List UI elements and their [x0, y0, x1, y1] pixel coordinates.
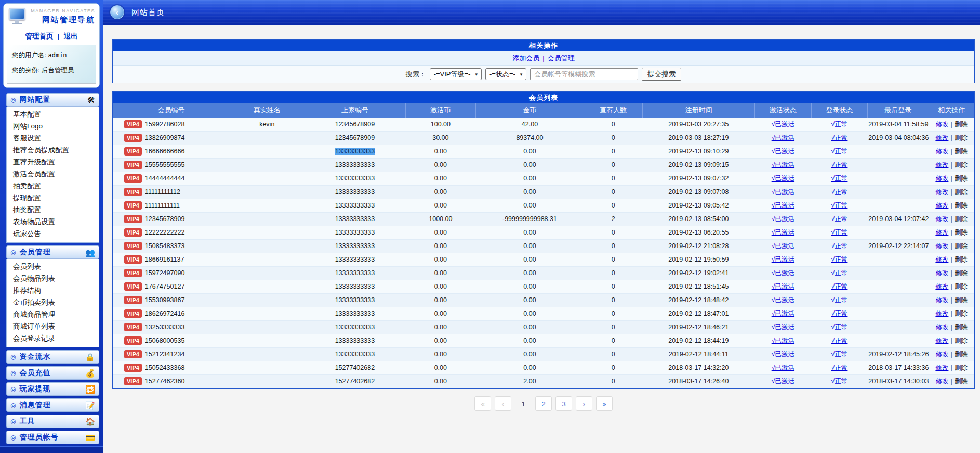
sidebar-section-header[interactable]: ◎ 消息管理 📝	[6, 398, 99, 412]
edit-link[interactable]: 修改	[935, 134, 948, 141]
login-status-link[interactable]: √正常	[831, 351, 848, 358]
back-button[interactable]: ‹	[110, 5, 124, 19]
pagination-next[interactable]: ›	[576, 396, 592, 411]
submit-search-button[interactable]: 提交搜索	[642, 68, 681, 81]
delete-link[interactable]: 删除	[955, 256, 968, 263]
activation-status-link[interactable]: √已激活	[772, 269, 794, 277]
delete-link[interactable]: 删除	[955, 121, 968, 128]
sidebar-section-header[interactable]: ◎ 会员充值 💰	[6, 366, 99, 380]
login-status-link[interactable]: √正常	[831, 378, 848, 385]
login-status-link[interactable]: √正常	[831, 121, 848, 128]
search-input[interactable]	[530, 68, 638, 80]
delete-link[interactable]: 删除	[955, 310, 968, 317]
delete-link[interactable]: 删除	[955, 269, 968, 277]
login-status-link[interactable]: √正常	[831, 188, 848, 196]
edit-link[interactable]: 修改	[935, 337, 948, 344]
login-status-link[interactable]: √正常	[831, 161, 848, 169]
delete-link[interactable]: 删除	[955, 283, 968, 290]
delete-link[interactable]: 删除	[955, 323, 968, 331]
sidebar-section-header[interactable]: ◎ 玩家提现 🔁	[6, 382, 99, 396]
delete-link[interactable]: 删除	[955, 202, 968, 209]
delete-link[interactable]: 删除	[955, 364, 968, 371]
sidebar-item[interactable]: 会员列表	[7, 261, 99, 273]
delete-link[interactable]: 删除	[955, 229, 968, 236]
sidebar-item[interactable]: 农场物品设置	[7, 216, 99, 228]
edit-link[interactable]: 修改	[935, 296, 948, 304]
login-status-link[interactable]: √正常	[831, 215, 848, 223]
activation-status-link[interactable]: √已激活	[772, 188, 794, 196]
activation-status-link[interactable]: √已激活	[772, 148, 794, 155]
login-status-link[interactable]: √正常	[831, 364, 848, 371]
activation-status-link[interactable]: √已激活	[772, 242, 794, 250]
delete-link[interactable]: 删除	[955, 337, 968, 344]
sidebar-section-header[interactable]: ◎ 会员管理 👥	[6, 245, 99, 259]
logout-link[interactable]: 退出	[63, 32, 77, 40]
delete-link[interactable]: 删除	[955, 242, 968, 250]
edit-link[interactable]: 修改	[935, 310, 948, 317]
delete-link[interactable]: 删除	[955, 188, 968, 196]
add-member-link[interactable]: 添加会员	[512, 54, 539, 63]
activation-status-link[interactable]: √已激活	[772, 351, 794, 358]
pagination-prev[interactable]: ‹	[495, 396, 511, 411]
login-status-link[interactable]: √正常	[831, 310, 848, 317]
login-status-link[interactable]: √正常	[831, 337, 848, 344]
login-status-link[interactable]: √正常	[831, 256, 848, 263]
sidebar-item[interactable]: 玩家公告	[7, 228, 99, 240]
edit-link[interactable]: 修改	[935, 351, 948, 358]
sidebar-item[interactable]: 客服设置	[7, 132, 99, 144]
activation-status-link[interactable]: √已激活	[772, 202, 794, 209]
activation-status-link[interactable]: √已激活	[772, 161, 794, 169]
activation-status-link[interactable]: √已激活	[772, 337, 794, 344]
edit-link[interactable]: 修改	[935, 215, 948, 223]
sidebar-item[interactable]: 直荐升级配置	[7, 156, 99, 168]
activation-status-link[interactable]: √已激活	[772, 215, 794, 223]
delete-link[interactable]: 删除	[955, 215, 968, 223]
sidebar-item[interactable]: 激活会员配置	[7, 168, 99, 180]
activation-status-link[interactable]: √已激活	[772, 121, 794, 128]
delete-link[interactable]: 删除	[955, 161, 968, 169]
sidebar-section-header[interactable]: ◎ 管理员帐号 💳	[6, 431, 99, 444]
pagination-page-3[interactable]: 3	[555, 396, 572, 411]
activation-status-link[interactable]: √已激活	[772, 256, 794, 263]
sidebar-item[interactable]: 金币拍卖列表	[7, 296, 99, 308]
edit-link[interactable]: 修改	[935, 256, 948, 263]
delete-link[interactable]: 删除	[955, 175, 968, 182]
login-status-link[interactable]: √正常	[831, 242, 848, 250]
sidebar-item[interactable]: 拍卖配置	[7, 180, 99, 192]
activation-status-link[interactable]: √已激活	[772, 296, 794, 304]
sidebar-item[interactable]: 抽奖配置	[7, 204, 99, 216]
activation-status-link[interactable]: √已激活	[772, 310, 794, 317]
admin-home-link[interactable]: 管理首页	[25, 32, 54, 40]
vip-level-select[interactable]: -=VIP等级=- ▾	[430, 68, 482, 80]
activation-status-link[interactable]: √已激活	[772, 364, 794, 371]
login-status-link[interactable]: √正常	[831, 269, 848, 277]
login-status-link[interactable]: √正常	[831, 202, 848, 209]
sidebar-item[interactable]: 会员物品列表	[7, 273, 99, 284]
edit-link[interactable]: 修改	[935, 242, 948, 250]
edit-link[interactable]: 修改	[935, 161, 948, 169]
edit-link[interactable]: 修改	[935, 202, 948, 209]
delete-link[interactable]: 删除	[955, 378, 968, 385]
delete-link[interactable]: 删除	[955, 148, 968, 155]
pagination-page-2[interactable]: 2	[535, 396, 552, 411]
member-manage-link[interactable]: 会员管理	[548, 54, 575, 63]
pagination-last[interactable]: »	[596, 396, 613, 411]
sidebar-item[interactable]: 商城商品管理	[7, 308, 99, 320]
edit-link[interactable]: 修改	[935, 323, 948, 331]
delete-link[interactable]: 删除	[955, 134, 968, 141]
login-status-link[interactable]: √正常	[831, 323, 848, 331]
login-status-link[interactable]: √正常	[831, 283, 848, 290]
edit-link[interactable]: 修改	[935, 121, 948, 128]
activation-status-link[interactable]: √已激活	[772, 229, 794, 236]
edit-link[interactable]: 修改	[935, 378, 948, 385]
sidebar-item[interactable]: 提现配置	[7, 192, 99, 204]
activation-status-link[interactable]: √已激活	[772, 323, 794, 331]
activation-status-link[interactable]: √已激活	[772, 134, 794, 141]
sidebar-section-header[interactable]: ◎ 网站配置 🛠	[6, 93, 99, 107]
status-select[interactable]: -=状态=- ▾	[485, 68, 526, 80]
edit-link[interactable]: 修改	[935, 188, 948, 196]
sidebar-item[interactable]: 网站Logo	[7, 120, 99, 132]
login-status-link[interactable]: √正常	[831, 296, 848, 304]
edit-link[interactable]: 修改	[935, 364, 948, 371]
login-status-link[interactable]: √正常	[831, 175, 848, 182]
